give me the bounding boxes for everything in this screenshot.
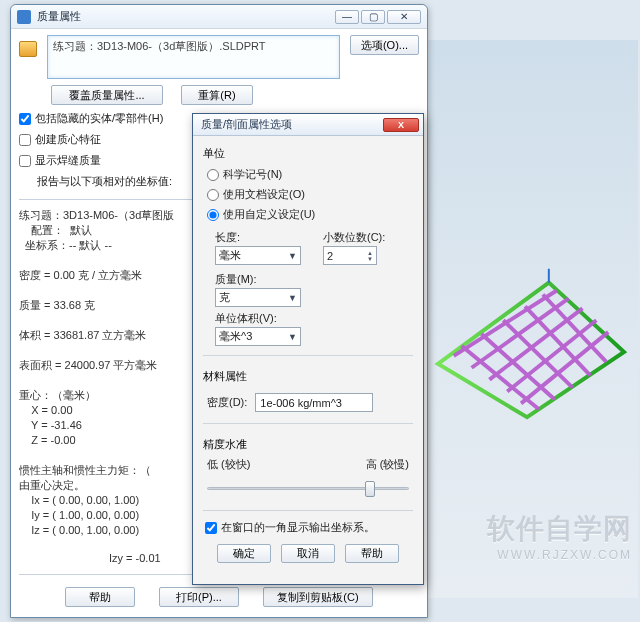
decimals-label: 小数位数(C): xyxy=(323,230,413,245)
volume-unit-value: 毫米^3 xyxy=(219,329,252,344)
chk-include-hidden-label: 包括隐藏的实体/零部件(H) xyxy=(35,111,163,126)
density-value: 1e-006 kg/mm^3 xyxy=(260,397,342,409)
slider-thumb[interactable] xyxy=(365,481,375,497)
ok-button[interactable]: 确定 xyxy=(217,544,271,563)
chevron-down-icon: ▼ xyxy=(288,332,297,342)
chevron-down-icon: ▼ xyxy=(288,251,297,261)
print-button[interactable]: 打印(P)... xyxy=(159,587,239,607)
mass-section-options-dialog: 质量/剖面属性选项 X 单位 科学记号(N) 使用文档设定(O) 使用自定义设定… xyxy=(192,113,424,585)
filepath-field[interactable]: 练习题：3D13-M06-（3d草图版）.SLDPRT xyxy=(47,35,340,79)
divider xyxy=(203,423,413,424)
length-label: 长度: xyxy=(215,230,305,245)
radio-document-label: 使用文档设定(O) xyxy=(223,187,305,202)
volume-unit-label: 单位体积(V): xyxy=(215,311,413,326)
accuracy-slider[interactable] xyxy=(207,477,409,501)
chk-include-hidden-input[interactable] xyxy=(19,113,31,125)
model-3d-grid xyxy=(432,262,630,426)
chk-show-weld-input[interactable] xyxy=(19,155,31,167)
app-icon xyxy=(17,10,31,24)
watermark-text: 软件自学网 xyxy=(487,513,632,544)
radio-scientific-label: 科学记号(N) xyxy=(223,167,282,182)
slider-track xyxy=(207,487,409,490)
mass-unit-label: 质量(M): xyxy=(215,272,413,287)
divider xyxy=(203,355,413,356)
dialog-title: 质量/剖面属性选项 xyxy=(201,117,292,132)
radio-document[interactable]: 使用文档设定(O) xyxy=(207,187,413,202)
density-label: 密度(D): xyxy=(207,395,247,410)
window-title: 质量属性 xyxy=(37,9,329,24)
part-icon xyxy=(19,41,37,57)
radio-custom-input[interactable] xyxy=(207,209,219,221)
material-header: 材料属性 xyxy=(203,369,413,384)
copy-clipboard-button[interactable]: 复制到剪贴板(C) xyxy=(263,587,373,607)
options-button[interactable]: 选项(O)... xyxy=(350,35,419,55)
close-button[interactable]: ✕ xyxy=(387,10,421,24)
length-value: 毫米 xyxy=(219,248,241,263)
chk-create-com-input[interactable] xyxy=(19,134,31,146)
radio-scientific[interactable]: 科学记号(N) xyxy=(207,167,413,182)
watermark-url: WWW.RJZXW.COM xyxy=(487,548,632,562)
spinner-arrows-icon[interactable]: ▲▼ xyxy=(367,250,373,262)
minimize-button[interactable]: — xyxy=(335,10,359,24)
maximize-button[interactable]: ▢ xyxy=(361,10,385,24)
volume-unit-combo[interactable]: 毫米^3 ▼ xyxy=(215,327,301,346)
radio-document-input[interactable] xyxy=(207,189,219,201)
mass-unit-combo[interactable]: 克 ▼ xyxy=(215,288,301,307)
dialog-close-button[interactable]: X xyxy=(383,118,419,132)
chk-show-output-cs-input[interactable] xyxy=(205,522,217,534)
density-input[interactable]: 1e-006 kg/mm^3 xyxy=(255,393,373,412)
radio-custom[interactable]: 使用自定义设定(U) xyxy=(207,207,413,222)
radio-custom-label: 使用自定义设定(U) xyxy=(223,207,315,222)
accuracy-high-label: 高 (较慢) xyxy=(366,457,409,472)
divider xyxy=(203,510,413,511)
accuracy-header: 精度水准 xyxy=(203,437,413,452)
main-titlebar[interactable]: 质量属性 — ▢ ✕ xyxy=(11,5,427,29)
watermark: 软件自学网 WWW.RJZXW.COM xyxy=(487,510,632,562)
units-header: 单位 xyxy=(203,146,413,161)
chk-create-com-label: 创建质心特征 xyxy=(35,132,101,147)
chk-show-output-cs[interactable]: 在窗口的一角显示输出坐标系。 xyxy=(205,520,413,535)
dialog-titlebar[interactable]: 质量/剖面属性选项 X xyxy=(193,114,423,136)
dialog-help-button[interactable]: 帮助 xyxy=(345,544,399,563)
cancel-button[interactable]: 取消 xyxy=(281,544,335,563)
recalc-button[interactable]: 重算(R) xyxy=(181,85,253,105)
help-button[interactable]: 帮助 xyxy=(65,587,135,607)
accuracy-low-label: 低 (较快) xyxy=(207,457,250,472)
chk-show-weld-label: 显示焊缝质量 xyxy=(35,153,101,168)
mass-unit-value: 克 xyxy=(219,290,230,305)
svg-line-8 xyxy=(503,320,572,387)
length-combo[interactable]: 毫米 ▼ xyxy=(215,246,301,265)
decimals-spinner[interactable]: 2 ▲▼ xyxy=(323,246,377,265)
svg-line-7 xyxy=(482,334,555,399)
chk-show-output-cs-label: 在窗口的一角显示输出坐标系。 xyxy=(221,520,375,535)
chevron-down-icon: ▼ xyxy=(288,293,297,303)
override-button[interactable]: 覆盖质量属性... xyxy=(51,85,163,105)
radio-scientific-input[interactable] xyxy=(207,169,219,181)
decimals-value: 2 xyxy=(327,250,333,262)
izy-value: Izy = -0.01 xyxy=(109,552,161,564)
svg-line-9 xyxy=(525,306,590,375)
